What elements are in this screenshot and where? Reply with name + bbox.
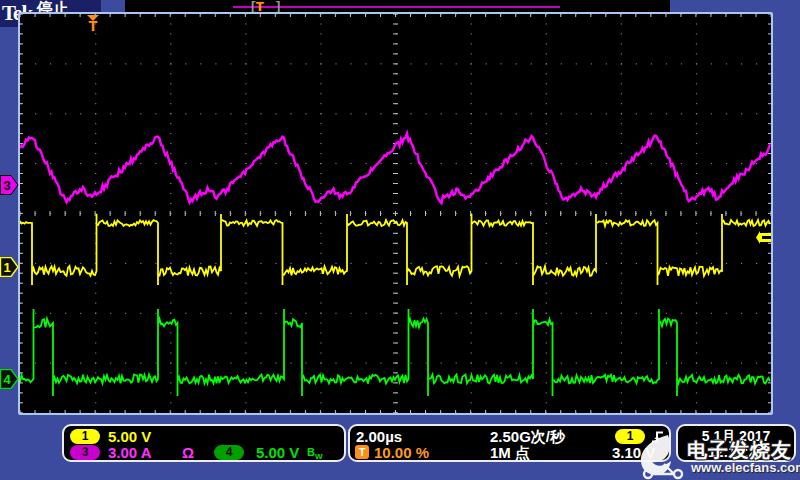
- record-view-waveform-line: [233, 6, 560, 8]
- elecfans-logo-icon: [634, 434, 692, 480]
- horizontal-position-icon: T: [355, 445, 369, 459]
- ch1-scale: 5.00 V: [108, 428, 151, 445]
- watermark-url: www.elecfans.com: [691, 460, 800, 475]
- trigger-position-flag[interactable]: T: [84, 15, 102, 34]
- svg-text:4: 4: [4, 372, 12, 387]
- ch3-impedance: Ω: [182, 444, 194, 461]
- ch4-badge[interactable]: 4: [214, 445, 244, 460]
- channel-readout-box: 1 5.00 V 3 3.00 A Ω 4 5.00 V BW: [62, 424, 346, 462]
- graticule-and-traces: [20, 14, 771, 413]
- record-length: 1M 点: [490, 444, 530, 463]
- channel1-position-marker[interactable]: 1: [0, 257, 19, 277]
- oscilloscope-screen: [ T ] Tek 停止 T 3 1 4 1 5.00 V: [0, 0, 800, 480]
- ch4-bandwidth-limit-icon: BW: [307, 446, 323, 461]
- svg-text:1: 1: [4, 260, 11, 275]
- channel3-position-marker[interactable]: 3: [0, 175, 19, 195]
- horizontal-trigger-readout-box: 2.00µs 2.50G次/秒 1 T 10.00 % 1M 点 3.10 V: [348, 424, 671, 462]
- trigger-position-t-icon: T: [84, 18, 102, 34]
- ch3-scale: 3.00 A: [108, 444, 152, 461]
- trigger-level-arrow-icon[interactable]: [756, 231, 771, 244]
- ch3-badge[interactable]: 3: [70, 445, 100, 460]
- horizontal-scale: 2.00µs: [356, 428, 402, 445]
- ch4-scale: 5.00 V: [256, 444, 299, 461]
- horizontal-position: 10.00 %: [374, 444, 429, 461]
- svg-text:3: 3: [4, 178, 11, 193]
- waveform-display: T: [20, 14, 771, 413]
- ch1-badge[interactable]: 1: [70, 429, 100, 444]
- channel4-position-marker[interactable]: 4: [0, 369, 19, 389]
